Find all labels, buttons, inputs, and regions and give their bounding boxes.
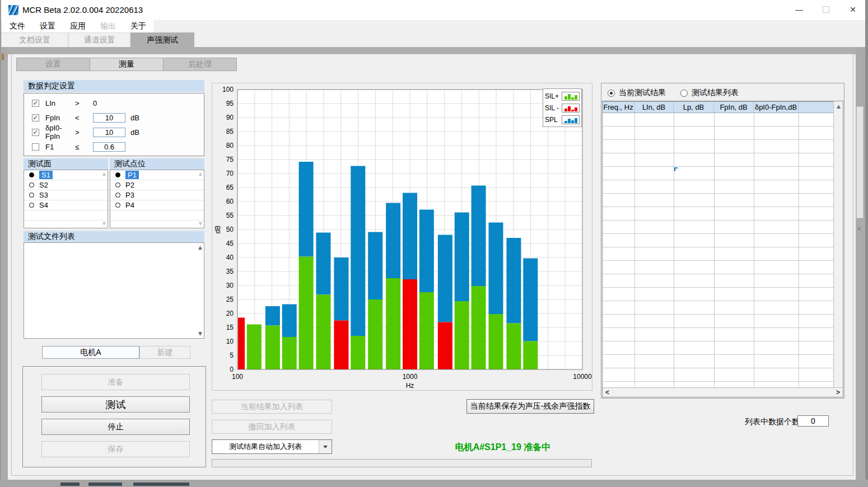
- menu-item-应用[interactable]: 应用: [63, 20, 93, 32]
- scroll-up-icon[interactable]: ▲: [102, 172, 106, 176]
- svg-text:0: 0: [230, 366, 234, 373]
- table-hscrollbar[interactable]: < >: [603, 387, 843, 397]
- selected-bullet-icon: [29, 172, 34, 177]
- criteria-operator: >: [75, 128, 93, 137]
- project-tab-motor-a[interactable]: 电机A: [42, 346, 139, 359]
- radio-result-list[interactable]: 测试结果列表: [680, 88, 739, 98]
- menu-item-设置[interactable]: 设置: [32, 20, 63, 32]
- surface-item-S3[interactable]: S3: [24, 190, 108, 200]
- menu-item-文件[interactable]: 文件: [2, 20, 32, 32]
- radio-current-result[interactable]: 当前测试结果: [608, 88, 666, 98]
- svg-text:90: 90: [226, 114, 234, 121]
- combobox-arrow[interactable]: [319, 440, 332, 453]
- svg-text:dB: dB: [214, 226, 222, 234]
- criteria-header-label: 数据判定设置: [28, 81, 75, 91]
- criteria-unit: dB: [130, 114, 139, 122]
- surface-item-S1[interactable]: S1: [24, 170, 108, 180]
- new-project-button[interactable]: 新建: [139, 346, 190, 359]
- scroll-right-icon[interactable]: >: [836, 388, 840, 396]
- table-vscrollbar[interactable]: ▲: [833, 101, 843, 387]
- run-button-停止[interactable]: 停止: [41, 419, 190, 435]
- sub-tab-1[interactable]: 设置: [16, 58, 90, 71]
- selected-bullet-icon: [115, 172, 120, 177]
- surface-item-S2[interactable]: S2: [24, 180, 108, 190]
- scroll-down-icon[interactable]: ▼: [199, 222, 202, 226]
- svg-text:Hz: Hz: [406, 382, 414, 390]
- checkbox-checked-icon[interactable]: ✓: [32, 129, 39, 136]
- points-header: 测试点位: [110, 158, 204, 170]
- svg-text:40: 40: [226, 254, 234, 261]
- auto-add-combobox[interactable]: 测试结果自动加入列表: [212, 439, 332, 454]
- surface-item-S4[interactable]: S4: [24, 200, 108, 210]
- surface-item-label: S1: [39, 171, 53, 179]
- surface-item-label: S3: [39, 191, 48, 199]
- point-item-P1[interactable]: P1: [110, 170, 204, 180]
- criteria-value: 0: [93, 99, 97, 107]
- criteria-value-input[interactable]: 10: [93, 113, 125, 123]
- main-tab-3[interactable]: 声强测试: [130, 32, 194, 47]
- right-splitter-handle[interactable]: [856, 106, 864, 218]
- table-header-1: Freq., Hz: [603, 101, 634, 113]
- sub-tab-3[interactable]: 后处理: [163, 58, 237, 71]
- sub-tab-2[interactable]: 测量: [90, 58, 164, 71]
- point-item-P2[interactable]: P2: [110, 180, 204, 190]
- checkbox-checked-icon[interactable]: ✓: [32, 114, 39, 121]
- svg-text:10: 10: [226, 338, 234, 345]
- maximize-icon: [823, 6, 829, 13]
- left-splitter[interactable]: [0, 47, 8, 480]
- svg-text:1000: 1000: [403, 373, 418, 381]
- close-button[interactable]: ✕: [840, 0, 866, 19]
- scroll-up-icon[interactable]: ▲: [199, 172, 202, 176]
- point-item-P3[interactable]: P3: [110, 190, 204, 200]
- run-button-准备[interactable]: 准备: [41, 374, 190, 390]
- checkbox-checked-icon[interactable]: ✓: [32, 100, 39, 107]
- bullet-icon: [29, 193, 34, 198]
- criteria-name: δpI0-FpIn: [45, 124, 75, 141]
- surface-item-label: S4: [39, 201, 48, 209]
- criteria-value-input[interactable]: 10: [93, 128, 125, 137]
- run-button-保存[interactable]: 保存: [41, 441, 190, 457]
- count-label: 列表中数据个数: [745, 417, 800, 427]
- bullet-icon: [115, 203, 120, 208]
- app-window: { "window": {"title": "MCR Beta 2.02.0.0…: [0, 0, 868, 487]
- svg-text:20: 20: [226, 310, 234, 317]
- criteria-header: 数据判定设置: [24, 80, 204, 92]
- add-result-button[interactable]: 当前结果加入列表: [212, 400, 332, 414]
- scroll-up-icon[interactable]: ▲: [837, 104, 841, 109]
- svg-text:50: 50: [226, 226, 234, 233]
- scroll-left-icon[interactable]: <: [605, 388, 609, 396]
- scroll-down-icon[interactable]: ▼: [102, 222, 106, 226]
- bottom-artifact: [88, 483, 122, 486]
- scroll-down-icon[interactable]: ▼: [198, 331, 202, 336]
- legend-row-SPL: SPL: [545, 114, 580, 125]
- point-item-empty: [110, 221, 204, 231]
- progress-bar: [212, 459, 592, 467]
- point-item-P4[interactable]: P4: [110, 200, 204, 210]
- auto-add-combobox-value: 测试结果自动加入列表: [212, 442, 319, 452]
- svg-text:65: 65: [226, 184, 234, 191]
- minimize-button[interactable]: —: [786, 0, 812, 19]
- main-tab-2[interactable]: 通道设置: [68, 32, 130, 47]
- svg-text:100: 100: [232, 373, 243, 381]
- criteria-row-1: ✓LIn>0: [24, 96, 204, 110]
- menu-item-关于[interactable]: 关于: [123, 20, 153, 32]
- maximize-button[interactable]: [813, 0, 839, 19]
- count-value-box[interactable]: 0: [797, 415, 829, 427]
- run-button-测试[interactable]: 测试: [41, 396, 190, 413]
- save-as-index-button[interactable]: 当前结果保存为声压-残余声强指数: [466, 399, 594, 414]
- checkbox-unchecked-icon[interactable]: [32, 143, 39, 151]
- menu-item-输出[interactable]: 输出: [93, 20, 123, 32]
- point-item-label: P3: [125, 191, 134, 199]
- point-item-label: P4: [125, 201, 134, 209]
- criteria-row-2: ✓FpIn<10dB: [24, 110, 204, 125]
- criteria-value-input[interactable]: 0.6: [93, 142, 125, 152]
- scroll-up-icon[interactable]: ▲: [198, 245, 202, 250]
- main-tab-1[interactable]: 文档设置: [1, 32, 68, 47]
- undo-add-button[interactable]: 撤回加入列表: [212, 420, 332, 434]
- surfaces-header-label: 测试面: [28, 159, 52, 169]
- bullet-icon: [29, 182, 34, 188]
- file-list-header: 测试文件列表: [24, 231, 204, 242]
- collapse-panel-icon[interactable]: <: [857, 225, 861, 232]
- svg-text:30: 30: [226, 282, 234, 289]
- window-right-edge: [865, 0, 868, 487]
